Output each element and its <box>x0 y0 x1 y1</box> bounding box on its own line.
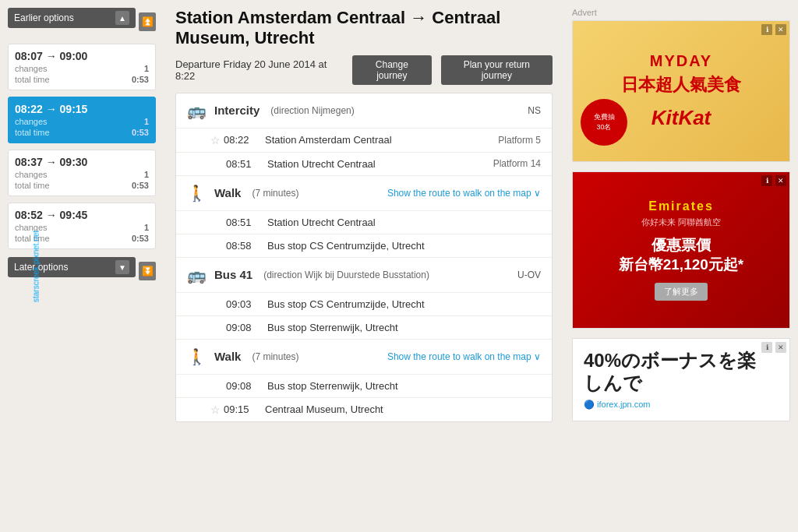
journey-detail-card: 🚌 Intercity (direction Nijmegen) NS ☆ 08… <box>175 93 553 422</box>
ad-emirates-tagline: 你好未来 阿聯酋航空 <box>641 217 721 228</box>
later-skip-button[interactable]: ⏬ <box>139 262 156 280</box>
stop-time-5: 09:03 <box>226 298 261 310</box>
sidebar: Earlier options ▲ ⏫ 08:07 → 09:00 change… <box>0 0 164 439</box>
ad-myday-close[interactable]: ✕ <box>775 24 786 35</box>
stop-time-3: 08:51 <box>226 217 261 228</box>
stop-name-utrecht-centraal-1: Station Utrecht Centraal <box>267 158 493 170</box>
stop-time-4: 08:58 <box>226 240 261 252</box>
stop-row-cs-centrumzijde-2: 09:03 Bus stop CS Centrumzijde, Utrecht <box>176 293 552 316</box>
journey-option-3[interactable]: 08:52 → 09:45 changes 1 total time 0:53 <box>8 203 156 249</box>
page-title: Station Amsterdam Centraal → Centraal Mu… <box>175 8 553 49</box>
ad-iforex-info[interactable]: ℹ <box>761 342 772 353</box>
earlier-skip-button[interactable]: ⏫ <box>139 12 156 31</box>
walk-segment-2-header: 🚶 Walk (7 minutes) Show the route to wal… <box>176 340 552 375</box>
bus41-operator: U-OV <box>517 270 541 280</box>
option-1-time: 08:22 → 09:15 <box>15 103 149 115</box>
earlier-options-button[interactable]: Earlier options ▲ <box>8 8 136 28</box>
stop-row-sterrenwijk-2: 09:08 Bus stop Sterrenwijk, Utrecht <box>176 375 552 398</box>
journey-option-0[interactable]: 08:07 → 09:00 changes 1 total time 0:53 <box>8 44 156 90</box>
stop-name-cs-centrumzijde-1: Bus stop CS Centrumzijde, Utrecht <box>267 240 541 252</box>
option-0-time: 08:07 → 09:00 <box>15 50 149 62</box>
ad-emirates-text: 優惠票價新台幣21,120元起* <box>619 236 744 274</box>
stop-platform-2: Platform 14 <box>493 158 541 169</box>
change-journey-button[interactable]: Change journey <box>352 55 432 85</box>
ad-emirates-btn[interactable]: 了解更多 <box>655 283 708 301</box>
ad-label: Advert <box>572 8 790 17</box>
later-options-label: Later options <box>14 262 68 273</box>
stop-name-amsterdam: Station Amsterdam Centraal <box>265 134 498 146</box>
walk-icon-1: 🚶 <box>187 184 207 203</box>
bus41-segment-header: 🚌 Bus 41 (direction Wijk bij Duurstede B… <box>176 258 552 293</box>
intercity-operator: NS <box>528 105 541 116</box>
intercity-direction: (direction Nijmegen) <box>270 105 354 116</box>
stop-name-cs-centrumzijde-2: Bus stop CS Centrumzijde, Utrecht <box>267 298 541 310</box>
departure-text: Departure Friday 20 June 2014 at 8:22 <box>175 58 343 82</box>
intercity-title: Intercity <box>214 104 260 117</box>
walk-title-1: Walk <box>214 186 241 199</box>
ad-myday-text1: 日本超人氣美食 <box>621 73 741 97</box>
stop-name-utrecht-centraal-2: Station Utrecht Centraal <box>267 217 541 228</box>
stop-row-sterrenwijk-1: 09:08 Bus stop Sterrenwijk, Utrecht <box>176 316 552 340</box>
stop-time-2: 08:51 <box>226 158 261 170</box>
stop-name-sterrenwijk-1: Bus stop Sterrenwijk, Utrecht <box>267 322 541 333</box>
stop-row-utrecht-centraal-1: 08:51 Station Utrecht Centraal Platform … <box>176 153 552 176</box>
stop-time-7: 09:08 <box>226 380 261 392</box>
ad-emirates: ✕ ℹ Emirates 你好未来 阿聯酋航空 優惠票價新台幣21,120元起*… <box>572 171 790 329</box>
earlier-up-arrow[interactable]: ▲ <box>115 11 129 25</box>
walk-icon-2: 🚶 <box>187 347 207 366</box>
stop-name-sterrenwijk-2: Bus stop Sterrenwijk, Utrecht <box>267 380 541 392</box>
ad-myday-badge: 免費抽 30名 <box>581 99 627 146</box>
stop-row-centraal-museum: ☆ 09:15 Centraal Museum, Utrecht <box>176 398 552 421</box>
bus41-direction: (direction Wijk bij Duurstede Busstation… <box>263 270 429 280</box>
bus-icon: 🚌 <box>187 266 207 284</box>
walk-map-link-1[interactable]: Show the route to walk on the map ∨ <box>387 188 541 199</box>
later-down-arrow[interactable]: ▼ <box>115 260 129 274</box>
ad-emirates-info[interactable]: ℹ <box>761 175 772 186</box>
ad-iforex: ✕ ℹ 40%のボーナスを楽しんで 🔵 iforex.jpn.com <box>572 338 790 421</box>
intercity-segment-header: 🚌 Intercity (direction Nijmegen) NS <box>176 93 552 129</box>
star-icon-2[interactable]: ☆ <box>210 403 221 416</box>
journey-option-2[interactable]: 08:37 → 09:30 changes 1 total time 0:53 <box>8 150 156 196</box>
earlier-options-label: Earlier options <box>14 12 74 23</box>
plan-return-button[interactable]: Plan your return journey <box>441 55 553 85</box>
ad-emirates-close[interactable]: ✕ <box>775 175 786 186</box>
main-content: Station Amsterdam Centraal → Centraal Mu… <box>164 0 564 439</box>
walk-map-link-2[interactable]: Show the route to walk on the map ∨ <box>387 351 541 362</box>
bus41-title: Bus 41 <box>214 268 252 281</box>
ad-panel: Advert ✕ ℹ MYDAY 日本超人氣美食 免費抽 30名 KitKat <box>564 0 798 439</box>
ad-iforex-link[interactable]: 🔵 iforex.jpn.com <box>584 400 779 410</box>
departure-info: Departure Friday 20 June 2014 at 8:22 Ch… <box>175 55 553 85</box>
ad-iforex-close[interactable]: ✕ <box>775 342 786 353</box>
stop-time-8: 09:15 <box>224 403 259 415</box>
watermark: starscreek.pixnet.net <box>32 230 41 301</box>
journey-options-list: 08:07 → 09:00 changes 1 total time 0:53 … <box>8 44 156 249</box>
journey-option-1[interactable]: 08:22 → 09:15 changes 1 total time 0:53 <box>8 97 156 143</box>
option-2-time: 08:37 → 09:30 <box>15 156 149 168</box>
ad-iforex-text: 40%のボーナスを楽しんで <box>584 350 779 395</box>
ad-emirates-logo: Emirates <box>648 199 714 213</box>
ad-myday: ✕ ℹ MYDAY 日本超人氣美食 免費抽 30名 KitKat <box>572 20 790 162</box>
later-options-button[interactable]: Later options ▼ <box>8 257 136 277</box>
walk-title-2: Walk <box>214 350 241 363</box>
walk-duration-2: (7 minutes) <box>252 351 298 362</box>
star-icon-1[interactable]: ☆ <box>210 134 221 146</box>
option-3-time: 08:52 → 09:45 <box>15 209 149 221</box>
stop-time-1: 08:22 <box>224 134 259 146</box>
stop-row-utrecht-centraal-2: 08:51 Station Utrecht Centraal <box>176 211 552 234</box>
ad-kitkat-logo: KitKat <box>651 106 711 130</box>
walk-segment-1-header: 🚶 Walk (7 minutes) Show the route to wal… <box>176 176 552 211</box>
stop-name-centraal-museum: Centraal Museum, Utrecht <box>265 403 541 415</box>
stop-platform-1: Platform 5 <box>498 135 541 146</box>
walk-duration-1: (7 minutes) <box>252 188 298 199</box>
stop-row-amsterdam: ☆ 08:22 Station Amsterdam Centraal Platf… <box>176 129 552 153</box>
train-icon: 🚌 <box>187 101 207 120</box>
stop-row-cs-centrumzijde-1: 08:58 Bus stop CS Centrumzijde, Utrecht <box>176 234 552 258</box>
stop-time-6: 09:08 <box>226 322 261 333</box>
ad-myday-info[interactable]: ℹ <box>761 24 772 35</box>
ad-myday-brand: MYDAY <box>650 52 712 70</box>
